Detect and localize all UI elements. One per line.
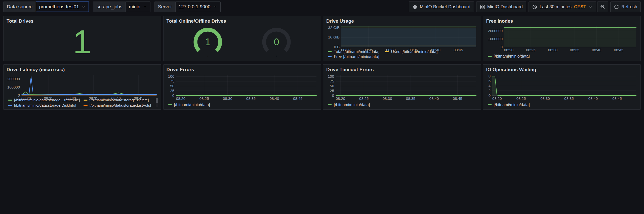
legend-item[interactable]: [/bitnami/minio/data:storage.ListVols]: [84, 103, 154, 107]
svg-text:08:25: 08:25: [364, 48, 373, 52]
svg-text:08:25: 08:25: [199, 96, 209, 101]
svg-text:08:35: 08:35: [570, 48, 579, 52]
server-select[interactable]: 127.0.0.1:9000: [175, 2, 221, 12]
panel-title[interactable]: Free Inodes: [486, 18, 638, 24]
panel-free-inodes: Free Inodes 08:2008:2508:3008:3508:4008:…: [483, 16, 641, 61]
legend: [/bitnami/minio/data]: [326, 101, 478, 108]
svg-text:100000: 100000: [7, 85, 20, 89]
legend-label: [/bitnami/minio/data]: [494, 54, 530, 59]
panel-title[interactable]: Drive Errors: [166, 66, 318, 73]
svg-text:6: 6: [488, 79, 490, 83]
svg-text:50: 50: [330, 84, 334, 88]
legend-label: [/bitnami/minio/data:storage.CreateFile]: [14, 98, 80, 102]
legend-scrollbar[interactable]: [156, 98, 158, 107]
datasource-variable: Data source prometheus-test01: [3, 2, 89, 12]
refresh-button[interactable]: Refresh: [610, 2, 641, 12]
panel-title[interactable]: IO Operations Waiting: [486, 66, 638, 73]
legend-item[interactable]: [/bitnami/minio/data:storage.Delete]: [84, 98, 154, 102]
button-label: MinIO Dashboard: [487, 4, 523, 10]
svg-text:08:35: 08:35: [564, 96, 574, 101]
legend-swatch: [84, 105, 88, 106]
datasource-select[interactable]: prometheus-test01: [36, 2, 89, 12]
svg-text:08:40: 08:40: [431, 48, 440, 52]
drive-usage-chart[interactable]: 08:2008:2508:3008:3508:4008:450 B16 GiB3…: [326, 25, 478, 49]
panel-title[interactable]: Drive Timeout Errors: [326, 66, 478, 73]
svg-text:08:30: 08:30: [548, 48, 557, 52]
panel-title[interactable]: Drive Usage: [326, 18, 478, 24]
svg-text:8: 8: [488, 74, 490, 78]
scrollbar-thumb[interactable]: [156, 98, 158, 103]
svg-text:08:35: 08:35: [406, 96, 416, 101]
svg-text:08:35: 08:35: [409, 48, 418, 52]
datasource-value: prometheus-test01: [39, 4, 79, 10]
scrape-jobs-value: minio: [129, 4, 140, 10]
legend-swatch: [488, 104, 492, 105]
legend-container: [/bitnami/minio/data:storage.CreateFile]…: [6, 97, 158, 108]
legend-label: [/bitnami/minio/data]: [494, 103, 530, 107]
panel-title[interactable]: Total Drives: [6, 18, 158, 24]
legend-label: [/bitnami/minio/data:storage.ListVols]: [90, 103, 151, 107]
server-variable: Server 127.0.0.1:9000: [154, 2, 221, 12]
legend-item[interactable]: [/bitnami/minio/data]: [488, 54, 530, 59]
legend-label: Free [/bitnami/minio/data]: [334, 55, 379, 59]
apps-icon: [480, 4, 485, 10]
legend-item[interactable]: [/bitnami/minio/data:storage.DiskInfo]: [8, 103, 80, 107]
legend-item[interactable]: [/bitnami/minio/data]: [488, 103, 530, 107]
legend-swatch: [8, 105, 12, 106]
legend: [/bitnami/minio/data]: [166, 101, 318, 108]
svg-text:08:20: 08:20: [341, 48, 351, 52]
legend: [/bitnami/minio/data]: [486, 101, 638, 108]
legend-swatch: [488, 56, 492, 57]
svg-text:100: 100: [168, 74, 174, 78]
drive-errors-chart[interactable]: 08:2008:2508:3008:3508:4008:450255075100: [166, 73, 318, 101]
gauge-offline-drives: 0.: [258, 26, 295, 58]
drive-latency-chart[interactable]: 08:2008:2508:3008:3508:4008:450100000200…: [6, 73, 158, 97]
svg-text:08:30: 08:30: [223, 96, 232, 101]
scrape-jobs-select[interactable]: minio: [126, 2, 150, 12]
legend-item[interactable]: Free [/bitnami/minio/data]: [328, 55, 379, 59]
legend-label: [/bitnami/minio/data]: [174, 103, 210, 107]
panel-title[interactable]: Drive Latency (micro sec): [6, 66, 158, 73]
panel-drive-timeout-errors: Drive Timeout Errors 08:2008:2508:3008:3…: [323, 64, 481, 110]
svg-text:08:20: 08:20: [504, 48, 513, 52]
svg-text:0: 0: [500, 45, 502, 49]
svg-text:16 GiB: 16 GiB: [328, 35, 340, 39]
time-controls: Last 30 minutes CEST: [529, 2, 608, 12]
panel-drive-latency: Drive Latency (micro sec) 08:2008:2508:3…: [3, 64, 161, 110]
svg-text:0: 0: [274, 37, 279, 47]
svg-text:200000: 200000: [7, 77, 20, 81]
svg-text:08:20: 08:20: [492, 96, 502, 101]
time-range-picker[interactable]: Last 30 minutes CEST: [529, 2, 596, 12]
scrape-jobs-variable: scrape_jobs minio: [93, 2, 150, 12]
stat-body: 1: [6, 25, 158, 59]
svg-text:1: 1: [205, 37, 210, 47]
svg-text:08:30: 08:30: [386, 48, 396, 52]
minio-bucket-dashboard-button[interactable]: MinIO Bucket Dashboard: [409, 2, 474, 12]
minio-dashboard-button[interactable]: MinIO Dashboard: [476, 2, 526, 12]
gauge-online-drives: 1.: [189, 26, 227, 58]
svg-text:08:45: 08:45: [293, 96, 303, 101]
button-label: MinIO Bucket Dashboard: [420, 4, 470, 10]
legend: [/bitnami/minio/data]: [486, 53, 638, 59]
panel-drive-errors: Drive Errors 08:2008:2508:3008:3508:4008…: [163, 64, 321, 110]
legend-label: [/bitnami/minio/data:storage.DiskInfo]: [14, 103, 76, 107]
svg-text:0: 0: [172, 93, 174, 98]
zoom-out-button[interactable]: [597, 2, 608, 12]
server-value: 127.0.0.1:9000: [179, 4, 211, 10]
svg-text:0: 0: [488, 93, 490, 98]
server-label: Server: [154, 2, 175, 12]
panel-title[interactable]: Total Online/Offline Drives: [166, 18, 318, 24]
io-operations-waiting-chart[interactable]: 08:2008:2508:3008:3508:4008:4502468: [486, 73, 638, 101]
svg-text:08:40: 08:40: [429, 96, 439, 101]
legend-item[interactable]: [/bitnami/minio/data:storage.CreateFile]: [8, 98, 80, 102]
svg-text:08:40: 08:40: [592, 48, 601, 52]
free-inodes-chart[interactable]: 08:2008:2508:3008:3508:4008:450100000020…: [486, 25, 638, 53]
svg-text:75: 75: [170, 79, 174, 83]
svg-text:08:45: 08:45: [453, 96, 462, 101]
svg-text:08:30: 08:30: [540, 96, 550, 101]
drive-timeout-errors-chart[interactable]: 08:2008:2508:3008:3508:4008:450255075100: [326, 73, 478, 101]
legend-item[interactable]: [/bitnami/minio/data]: [168, 103, 210, 107]
clock-icon: [532, 4, 537, 10]
legend-item[interactable]: [/bitnami/minio/data]: [328, 103, 370, 107]
svg-text:08:45: 08:45: [454, 48, 463, 52]
